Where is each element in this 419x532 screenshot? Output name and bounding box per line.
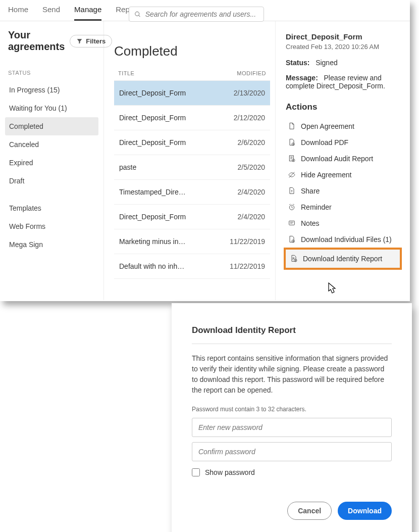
download-files-icon: [288, 235, 296, 244]
row-title: Marketing minus in…: [119, 237, 186, 246]
row-date: 2/5/2020: [238, 163, 266, 171]
row-date: 2/6/2020: [238, 138, 266, 147]
action-label: Share: [301, 187, 320, 195]
detail-pane: Direct_Deposit_Form Created Feb 13, 2020…: [276, 21, 410, 300]
action-file[interactable]: Open Agreement: [286, 118, 400, 134]
reminder-icon: [288, 203, 296, 211]
col-header-modified[interactable]: MODIFIED: [237, 70, 266, 76]
action-download-audit[interactable]: Download Audit Report: [286, 151, 400, 167]
agreements-list-pane: Completed TITLE MODIFIED Direct_Deposit_…: [104, 21, 276, 300]
row-title: paste: [119, 163, 136, 171]
col-header-title[interactable]: TITLE: [118, 70, 134, 76]
svg-rect-3: [289, 156, 293, 161]
svg-point-0: [135, 12, 139, 16]
file-icon: [288, 122, 296, 130]
filters-label: Filters: [86, 37, 106, 45]
sidebar-extra-0[interactable]: Templates: [5, 199, 98, 217]
row-date: 11/22/2019: [230, 237, 265, 246]
row-title: Default with no inh…: [119, 262, 184, 270]
message-label: Message:: [286, 74, 318, 82]
row-title: Direct_Deposit_Form: [119, 114, 186, 122]
search-input[interactable]: [145, 10, 258, 18]
action-reminder[interactable]: Reminder: [286, 199, 400, 215]
action-label: Hide Agreement: [301, 171, 351, 179]
confirm-password-input[interactable]: [192, 442, 392, 461]
download-button[interactable]: Download: [338, 502, 392, 520]
status-item-2[interactable]: Completed: [5, 117, 98, 135]
show-password-label: Show password: [205, 468, 255, 476]
sidebar: Your agreements Filters STATUS In Progre…: [0, 21, 104, 300]
filter-icon: [76, 38, 83, 44]
dialog-body: This report contains sensitive informati…: [192, 353, 392, 396]
download-pdf-icon: [288, 138, 296, 147]
action-label: Notes: [301, 219, 320, 227]
action-label: Reminder: [301, 203, 332, 211]
notes-icon: [288, 219, 296, 227]
action-download-pdf[interactable]: Download PDF: [286, 134, 400, 151]
download-audit-icon: [288, 155, 296, 163]
action-download-identity[interactable]: Download Identity Report: [284, 248, 402, 270]
hide-icon: [288, 171, 296, 179]
show-password-row[interactable]: Show password: [192, 468, 392, 476]
row-title: Direct_Deposit_Form: [119, 138, 186, 147]
table-row[interactable]: Marketing minus in…11/22/2019: [114, 229, 270, 254]
table-row[interactable]: Direct_Deposit_Form2/6/2020: [114, 130, 270, 155]
share-icon: [288, 187, 296, 195]
download-identity-icon: [290, 255, 298, 263]
row-date: 2/4/2020: [238, 188, 266, 196]
action-label: Download Individual Files (1): [301, 235, 392, 244]
password-hint: Password must contain 3 to 32 characters…: [192, 406, 392, 413]
show-password-checkbox[interactable]: [192, 468, 200, 476]
svg-line-1: [139, 15, 140, 17]
status-label: Status:: [286, 59, 309, 67]
list-heading: Completed: [114, 43, 270, 59]
nav-send[interactable]: Send: [42, 5, 60, 21]
status-item-4[interactable]: Expired: [5, 154, 98, 172]
action-notes[interactable]: Notes: [286, 215, 400, 231]
status-item-3[interactable]: Canceled: [5, 135, 98, 154]
sidebar-extra-2[interactable]: Mega Sign: [5, 235, 98, 254]
svg-rect-7: [289, 221, 295, 225]
actions-heading: Actions: [286, 102, 400, 112]
dialog-title: Download Identity Report: [192, 325, 392, 335]
row-title: Direct_Deposit_Form: [119, 89, 186, 97]
search-wrap[interactable]: [129, 7, 264, 22]
row-date: 2/4/2020: [238, 213, 266, 221]
table-row[interactable]: Timestamped_Dire…2/4/2020: [114, 180, 270, 205]
action-label: Download PDF: [301, 138, 348, 147]
action-label: Download Identity Report: [303, 255, 382, 263]
divider: [192, 344, 392, 344]
password-input[interactable]: [192, 418, 392, 437]
status-item-5[interactable]: Draft: [5, 172, 98, 190]
row-title: Direct_Deposit_Form: [119, 213, 186, 221]
action-download-files[interactable]: Download Individual Files (1): [286, 231, 400, 248]
action-label: Open Agreement: [301, 122, 354, 130]
created-label: Created Feb 13, 2020 10:26 AM: [286, 43, 400, 51]
action-label: Download Audit Report: [301, 155, 373, 163]
table-row[interactable]: Direct_Deposit_Form2/13/2020: [114, 81, 270, 106]
cancel-button[interactable]: Cancel: [287, 502, 332, 520]
sidebar-extra-1[interactable]: Web Forms: [5, 217, 98, 235]
status-value: Signed: [316, 59, 338, 67]
nav-home[interactable]: Home: [8, 5, 28, 21]
download-identity-dialog: Download Identity Report This report con…: [172, 303, 412, 532]
action-hide[interactable]: Hide Agreement: [286, 167, 400, 183]
row-date: 2/12/2020: [234, 114, 265, 122]
search-icon: [134, 11, 141, 18]
status-item-1[interactable]: Waiting for You (1): [5, 99, 98, 117]
row-date: 11/22/2019: [230, 262, 265, 270]
table-row[interactable]: Default with no inh…11/22/2019: [114, 254, 270, 279]
row-title: Timestamped_Dire…: [119, 188, 186, 196]
table-row[interactable]: Direct_Deposit_Form2/12/2020: [114, 106, 270, 130]
table-row[interactable]: Direct_Deposit_Form2/4/2020: [114, 205, 270, 229]
document-title: Direct_Deposit_Form: [286, 32, 400, 41]
row-date: 2/13/2020: [234, 89, 265, 97]
status-section-label: STATUS: [5, 70, 98, 76]
table-row[interactable]: paste2/5/2020: [114, 155, 270, 180]
status-item-0[interactable]: In Progress (15): [5, 81, 98, 99]
page-title: Your agreements: [8, 29, 65, 53]
nav-manage[interactable]: Manage: [74, 5, 101, 21]
action-share[interactable]: Share: [286, 183, 400, 199]
